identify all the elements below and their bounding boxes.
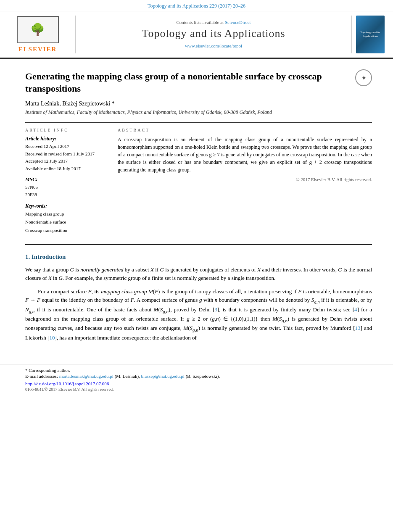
- ref-4-link[interactable]: 4: [354, 306, 357, 313]
- journal-title-main: Topology and its Applications: [142, 27, 285, 40]
- doi-link[interactable]: http://dx.doi.org/10.1016/j.topol.2017.0…: [25, 381, 109, 386]
- contents-line: Contents lists available at ScienceDirec…: [176, 20, 251, 25]
- affiliation: Institute of Mathematics, Faculty of Mat…: [25, 109, 372, 116]
- intro-para-2: For a compact surface F, its mapping cla…: [25, 287, 372, 342]
- copyright-line: © 2017 Elsevier B.V. All rights reserved…: [118, 177, 372, 182]
- ref-13-link[interactable]: 13: [355, 325, 360, 331]
- keywords-label: Keywords:: [25, 203, 103, 209]
- elsevier-header: 🌳 ELSEVIER Contents lists available at S…: [0, 11, 393, 59]
- doi-line: http://dx.doi.org/10.1016/j.topol.2017.0…: [25, 381, 372, 386]
- keywords-group: Keywords: Mapping class group Nonorienta…: [25, 203, 103, 235]
- msc-code-1: 57N05: [25, 184, 103, 191]
- msc-group: MSC: 57N05 20F38: [25, 176, 103, 198]
- article-info-abstract: ARTICLE INFO Article history: Received 1…: [25, 122, 372, 245]
- msc-label: MSC:: [25, 176, 103, 183]
- email-1-name: (M. Leśniak),: [115, 374, 140, 379]
- intro-para-1: We say that a group G is normally genera…: [25, 266, 372, 282]
- msc-code-2: 20F38: [25, 191, 103, 199]
- history-label: Article history:: [25, 136, 103, 142]
- header-right-thumb: Topology and its Applications: [351, 16, 385, 53]
- title-row: Generating the mapping class group of a …: [25, 67, 372, 100]
- journal-thumbnail: Topology and its Applications: [356, 16, 385, 53]
- abstract-column: ABSTRACT A crosscap transposition is an …: [118, 128, 372, 239]
- journal-header-link[interactable]: Topology and its Applications 229 (2017)…: [148, 3, 245, 9]
- thumb-title: Topology and its Applications: [358, 31, 383, 38]
- received-revised-date: Received in revised form 1 July 2017: [25, 150, 103, 158]
- keyword-3: Crosscap transposition: [25, 226, 103, 235]
- keyword-1: Mapping class group: [25, 210, 103, 219]
- email-label: E-mail addresses:: [25, 374, 58, 379]
- elsevier-tree-icon: 🌳: [30, 23, 45, 37]
- article-info-label: ARTICLE INFO: [25, 128, 103, 132]
- journal-header-bar: Topology and its Applications 229 (2017)…: [0, 0, 393, 11]
- received-date: Received 12 April 2017: [25, 143, 103, 150]
- crossmark-icon[interactable]: ✦: [355, 69, 372, 86]
- contents-label: Contents lists available at: [176, 20, 224, 25]
- ref-3-link[interactable]: 3: [214, 306, 217, 313]
- journal-url: www.elsevier.com/locate/topol: [185, 42, 242, 49]
- email-2-name: (B. Szepietowski).: [186, 374, 220, 379]
- article-title: Generating the mapping class group of a …: [25, 71, 351, 95]
- elsevier-logo-box: 🌳: [17, 16, 59, 43]
- sciencedirect-link[interactable]: ScienceDirect: [225, 20, 251, 25]
- abstract-label: ABSTRACT: [118, 128, 372, 132]
- header-center: Contents lists available at ScienceDirec…: [76, 16, 351, 53]
- accepted-date: Accepted 12 July 2017: [25, 158, 103, 165]
- issn-line: 0166-8641/© 2017 Elsevier B.V. All right…: [25, 387, 372, 392]
- elsevier-logo-area: 🌳 ELSEVIER: [8, 16, 76, 53]
- corresponding-author-note: * Corresponding author.: [25, 368, 372, 373]
- abstract-text: A crosscap transposition is an element o…: [118, 136, 372, 174]
- keyword-2: Nonorientable surface: [25, 218, 103, 226]
- authors: Marta Leśniak, Błażej Szepietowski *: [25, 100, 372, 107]
- main-content: Generating the mapping class group of a …: [0, 59, 393, 356]
- email-1-link[interactable]: marta.lesniak@mat.ug.edu.pl: [59, 374, 113, 379]
- email-2-link[interactable]: blaszep@mat.ug.edu.pl: [141, 374, 185, 379]
- journal-url-link[interactable]: www.elsevier.com/locate/topol: [185, 43, 242, 48]
- email-addresses-line: E-mail addresses: marta.lesniak@mat.ug.e…: [25, 374, 372, 379]
- ref-10-link[interactable]: 10: [49, 334, 55, 341]
- article-history: Article history: Received 12 April 2017 …: [25, 136, 103, 172]
- section-1-heading: 1. Introduction: [25, 253, 372, 261]
- available-date: Available online 18 July 2017: [25, 165, 103, 173]
- elsevier-brand: ELSEVIER: [18, 46, 57, 53]
- article-info-column: ARTICLE INFO Article history: Received 1…: [25, 128, 109, 239]
- footer-area: * Corresponding author. E-mail addresses…: [0, 364, 393, 392]
